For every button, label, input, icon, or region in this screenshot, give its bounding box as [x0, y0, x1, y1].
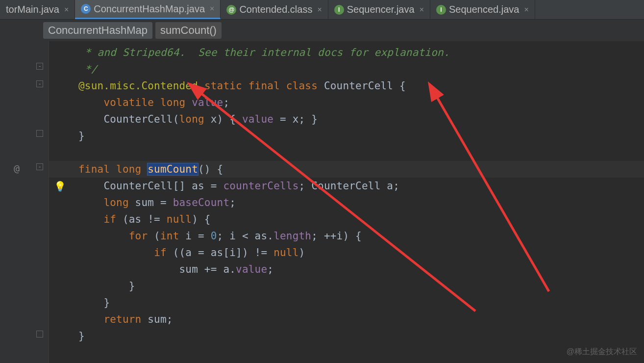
tab-label: Contended.class: [239, 4, 312, 15]
crumb-class[interactable]: ConcurrentHashMap: [43, 22, 152, 39]
fold-end-icon[interactable]: [36, 130, 43, 137]
code-comment: */: [78, 63, 98, 75]
editor-area: - - @ - 💡 * and Striped64. See their int…: [0, 41, 644, 363]
code-line-current: final long sumCount() {: [49, 161, 644, 178]
file-tab[interactable]: C ConcurrentHashMap.java ×: [75, 0, 221, 19]
code-line: }: [49, 294, 644, 311]
code-body[interactable]: * and Striped64. See their internal docs…: [49, 41, 644, 363]
tab-label: ConcurrentHashMap.java: [94, 3, 205, 15]
class-icon: C: [81, 4, 91, 14]
code-line: sum += a.value;: [49, 261, 644, 278]
close-icon[interactable]: ×: [210, 4, 214, 13]
code-line: }: [49, 328, 644, 344]
close-icon[interactable]: ×: [317, 5, 322, 14]
code-line: CounterCell(long x) { value = x; }: [49, 111, 644, 128]
code-line: return sum;: [49, 311, 644, 328]
watermark: @稀土掘金技术社区: [567, 347, 637, 357]
fold-end-icon[interactable]: [36, 331, 43, 337]
gutter: - - @ - 💡: [0, 41, 49, 363]
code-line: if ((a = as[i]) != null): [49, 244, 644, 261]
close-icon[interactable]: ×: [64, 5, 69, 14]
code-line: CounterCell[] as = counterCells; Counter…: [49, 178, 644, 194]
code-line: volatile long value;: [49, 94, 644, 111]
close-icon[interactable]: ×: [420, 5, 424, 14]
tab-label: torMain.java: [6, 4, 59, 15]
close-icon[interactable]: ×: [524, 5, 528, 14]
file-tab[interactable]: I Sequenced.java ×: [430, 0, 535, 19]
code-line: }: [49, 278, 644, 294]
interface-icon: I: [334, 5, 344, 15]
file-tab[interactable]: I Sequencer.java ×: [328, 0, 430, 19]
interface-icon: I: [436, 5, 446, 15]
code-line: }: [49, 128, 644, 144]
code-line: if (as != null) {: [49, 211, 644, 228]
fold-icon[interactable]: -: [36, 63, 43, 70]
code-comment: * and Striped64. See their internal docs…: [78, 47, 450, 58]
breadcrumb: ConcurrentHashMap sumCount(): [0, 20, 644, 41]
code-blank: [49, 144, 644, 161]
crumb-method[interactable]: sumCount(): [155, 22, 222, 39]
tab-bar: torMain.java × C ConcurrentHashMap.java …: [0, 0, 644, 20]
code-line: @sun.misc.Contended static final class C…: [49, 78, 644, 94]
tab-label: Sequenced.java: [449, 4, 519, 15]
gutter-annotation-icon: @: [14, 162, 20, 174]
annotation-icon: @: [226, 5, 236, 15]
fold-icon[interactable]: -: [36, 163, 43, 170]
tab-label: Sequencer.java: [347, 4, 415, 15]
file-tab[interactable]: @ Contended.class ×: [221, 0, 328, 19]
code-line: long sum = baseCount;: [49, 194, 644, 211]
code-line: for (int i = 0; i < as.length; ++i) {: [49, 228, 644, 244]
file-tab[interactable]: torMain.java ×: [0, 0, 75, 19]
fold-icon[interactable]: -: [36, 80, 43, 87]
